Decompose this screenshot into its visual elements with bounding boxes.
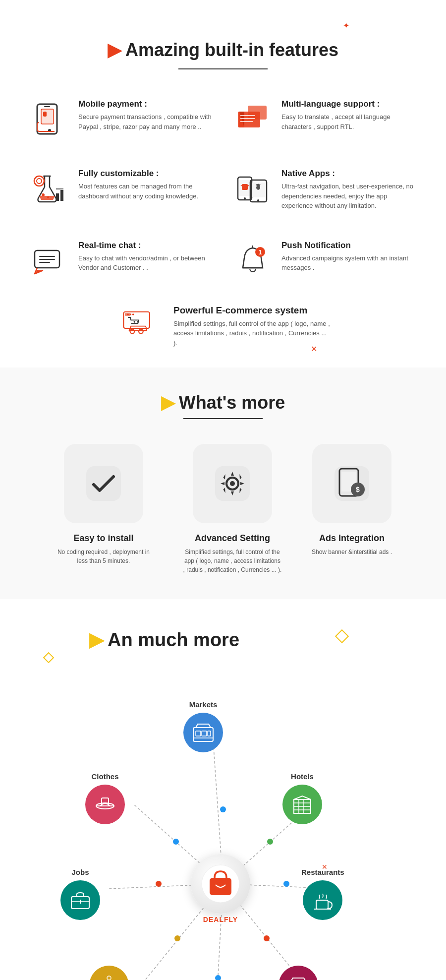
- diamond-decoration-2: [43, 652, 55, 664]
- restaurants-x-decoration: ✕: [322, 863, 328, 871]
- easy-install-box: [64, 444, 143, 523]
- gym-circle: [89, 966, 129, 980]
- svg-point-42: [134, 321, 136, 323]
- svg-rect-1: [41, 109, 54, 124]
- dealfly-label: DEALFLY: [203, 916, 238, 923]
- node-markets: Markets: [183, 700, 223, 752]
- ecommerce-section: Powerful E-commerce system Simplified se…: [0, 295, 446, 368]
- mobile-payment-icon: [30, 99, 69, 139]
- x-decoration-1: ✕: [311, 344, 317, 354]
- easy-install-desc: No coding required , deployment in less …: [54, 548, 153, 565]
- svg-point-98: [107, 976, 111, 980]
- feature-mobile-payment: Mobile payment : Secure payment transact…: [20, 84, 223, 154]
- cards-row: Easy to install No coding required , dep…: [0, 444, 446, 574]
- ads-integration-desc: Show banner &interstitial ads .: [312, 548, 392, 556]
- whats-more-header: ▶What's more: [0, 392, 446, 419]
- svg-point-19: [34, 176, 44, 186]
- node-restaurants: ✕ Restaurants: [301, 868, 344, 920]
- feature-native-apps-text: Native Apps : Ultra-fast navigation, bes…: [281, 169, 416, 211]
- svg-rect-91: [316, 900, 328, 909]
- features-grid: Mobile payment : Secure payment transact…: [0, 84, 446, 295]
- svg-point-65: [173, 839, 179, 845]
- svg-point-46: [139, 329, 143, 333]
- play-icon-3: ▶: [89, 629, 104, 650]
- star-decoration: ✦: [343, 21, 349, 30]
- node-groceries: Groceries: [279, 966, 318, 980]
- node-dealfly-center: DEALFLY: [191, 854, 250, 923]
- advanced-setting-box: [193, 444, 272, 523]
- multi-language-icon: [233, 99, 273, 139]
- feature-customizable: Fully customizable : Most features can b…: [20, 154, 223, 226]
- svg-point-70: [264, 935, 270, 941]
- diamond-decoration-1: [335, 629, 349, 643]
- jobs-label: Jobs: [71, 868, 89, 876]
- svg-point-23: [244, 197, 246, 199]
- feature-customizable-text: Fully customizable : Most features can b…: [78, 169, 213, 201]
- section-features: ▶Amazing built-in features ✦ Mobile paym…: [0, 0, 446, 368]
- svg-point-20: [37, 179, 42, 184]
- ads-integration-box: $: [312, 444, 391, 523]
- card-ads-integration: $ Ads Integration Show banner &interstit…: [312, 444, 392, 574]
- ecommerce-icon: [114, 305, 164, 345]
- svg-point-14: [47, 196, 49, 198]
- svg-point-50: [230, 481, 235, 486]
- network-diagram: Markets Clothes: [50, 675, 396, 980]
- feature-realtime-chat-text: Real-time chat : Easy to chat with vendo…: [78, 241, 213, 273]
- svg-point-26: [257, 199, 259, 201]
- markets-label: Markets: [189, 700, 218, 709]
- network-lines: [50, 675, 396, 980]
- markets-circle: [183, 713, 223, 752]
- svg-point-66: [267, 839, 273, 845]
- node-jobs: Jobs: [60, 868, 100, 920]
- feature-native-apps: Native Apps : Ultra-fast navigation, bes…: [223, 154, 426, 226]
- feature-multi-language-text: Multi-language support : Easy to transla…: [281, 99, 416, 131]
- svg-rect-18: [56, 188, 63, 189]
- svg-point-67: [156, 881, 162, 887]
- play-icon-1: ▶: [108, 40, 121, 60]
- clothes-circle: [85, 785, 125, 824]
- svg-rect-74: [202, 731, 207, 736]
- svg-point-68: [283, 881, 289, 887]
- easy-install-title: Easy to install: [73, 533, 133, 544]
- feature-push-notification-text: Push Notification Advanced campaigns sys…: [281, 241, 416, 273]
- svg-rect-73: [196, 731, 201, 736]
- feature-multi-language: Multi-language support : Easy to transla…: [223, 84, 426, 154]
- node-gym: Gym: [89, 966, 129, 980]
- feature-realtime-chat: Real-time chat : Easy to chat with vendo…: [20, 226, 223, 295]
- title-underline: [178, 68, 268, 69]
- hotels-circle: [282, 785, 322, 824]
- svg-rect-17: [60, 190, 63, 201]
- svg-point-64: [220, 806, 226, 812]
- svg-text:$: $: [356, 486, 360, 493]
- svg-rect-47: [86, 466, 121, 501]
- node-hotels: Hotels: [282, 772, 322, 824]
- svg-point-71: [215, 975, 221, 980]
- customizable-icon: [30, 169, 69, 208]
- node-clothes: Clothes: [85, 772, 125, 824]
- svg-rect-27: [242, 184, 248, 190]
- ads-integration-title: Ads Integration: [319, 533, 385, 544]
- whats-more-underline: [183, 418, 263, 419]
- svg-point-41: [132, 313, 134, 315]
- svg-text:1: 1: [259, 249, 262, 256]
- svg-point-45: [130, 329, 135, 333]
- play-icon-2: ▶: [161, 392, 175, 413]
- clothes-label: Clothes: [91, 772, 118, 781]
- section1-title: ▶Amazing built-in features: [0, 20, 446, 65]
- svg-rect-75: [208, 731, 211, 736]
- section-whats-more: ▶What's more Easy to install No coding r…: [0, 368, 446, 599]
- jobs-circle: [60, 880, 100, 920]
- card-easy-install: Easy to install No coding required , dep…: [54, 444, 153, 574]
- section-much-more: ▶An much more: [0, 599, 446, 980]
- groceries-circle: [279, 966, 318, 980]
- svg-rect-79: [102, 798, 109, 806]
- svg-rect-72: [193, 728, 213, 741]
- dealfly-circle: [191, 854, 250, 914]
- svg-point-39: [127, 313, 129, 315]
- advanced-setting-desc: Simplified settings, full control of the…: [183, 548, 282, 574]
- svg-rect-16: [56, 193, 59, 201]
- svg-point-69: [174, 935, 180, 941]
- card-advanced-setting: Advanced Setting Simplified settings, fu…: [183, 444, 282, 574]
- svg-point-13: [42, 193, 45, 196]
- feature-push-notification: 1 Push Notification Advanced campaigns s…: [223, 226, 426, 295]
